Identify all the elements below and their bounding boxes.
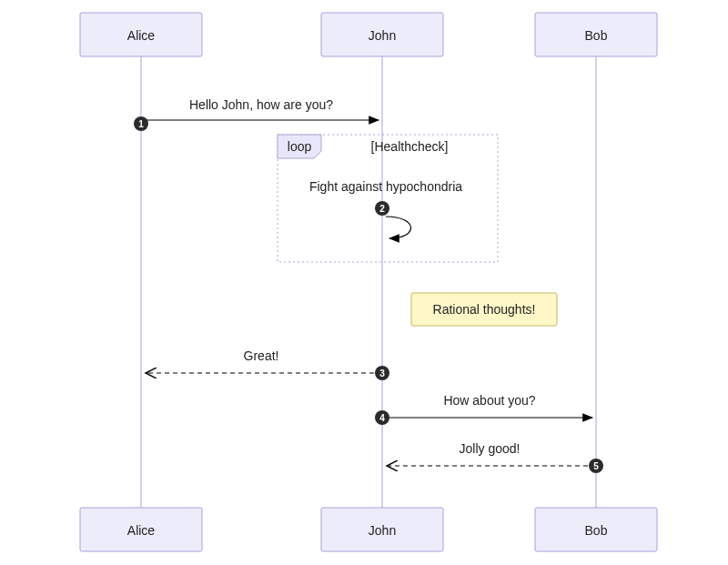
msg-1-label: Hello John, how are you?	[189, 97, 333, 112]
seq-badge-5: 5	[589, 459, 603, 473]
participant-alice-label: Alice	[127, 28, 156, 43]
loop-condition-label: [Healthcheck]	[371, 139, 449, 154]
loop-tag-label: loop	[288, 139, 312, 154]
svg-text:Alice: Alice	[127, 523, 156, 538]
note-text: Rational thoughts!	[433, 302, 536, 317]
msg-3-label: Great!	[244, 348, 279, 363]
participant-john-top: John	[321, 13, 443, 56]
msg-4-label: How about you?	[443, 393, 535, 408]
svg-text:1: 1	[138, 119, 144, 129]
participant-john-bottom: John	[321, 508, 443, 551]
participant-bob-bottom: Bob	[535, 508, 657, 551]
svg-text:4: 4	[379, 413, 385, 423]
svg-text:5: 5	[593, 461, 599, 471]
svg-text:Bob: Bob	[585, 523, 608, 538]
msg-2-self-arrow	[386, 217, 411, 238]
loop-tag: loop	[278, 135, 321, 158]
svg-text:John: John	[369, 523, 396, 538]
participant-john-label: John	[369, 28, 396, 43]
participant-bob-top: Bob	[535, 13, 657, 56]
seq-badge-2: 2	[375, 201, 389, 216]
participant-bob-label: Bob	[585, 28, 608, 43]
participant-alice-bottom: Alice	[80, 508, 202, 551]
svg-text:3: 3	[379, 368, 385, 378]
svg-text:2: 2	[379, 204, 385, 214]
seq-badge-1: 1	[134, 116, 148, 131]
seq-badge-3: 3	[375, 366, 389, 380]
msg-5-label: Jolly good!	[460, 441, 521, 456]
sequence-diagram: Alice John Bob Hello John, how are you? …	[0, 0, 728, 565]
seq-badge-4: 4	[375, 410, 389, 425]
note-rational-thoughts: Rational thoughts!	[411, 293, 557, 326]
msg-2-label: Fight against hypochondria	[309, 179, 462, 194]
participant-alice-top: Alice	[80, 13, 202, 56]
